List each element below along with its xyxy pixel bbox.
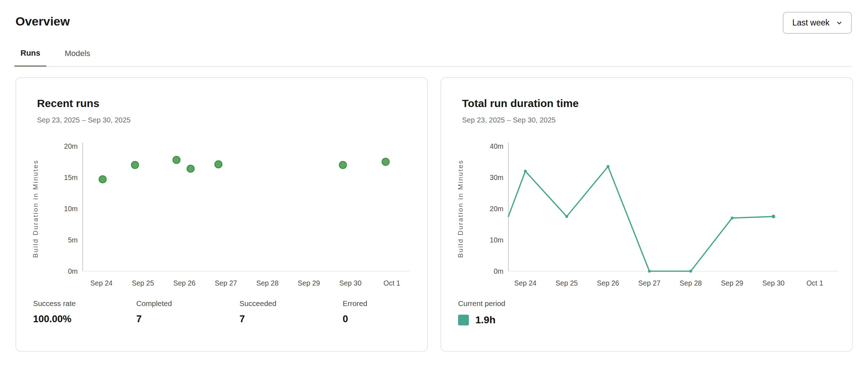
run-data-point[interactable] (215, 161, 222, 168)
y-tick-label: 5m (68, 236, 78, 244)
x-tick-label: Sep 28 (256, 279, 279, 287)
x-tick-label: Sep 29 (721, 279, 743, 287)
run-data-point[interactable] (131, 161, 138, 168)
x-tick-label: Oct 1 (807, 279, 823, 287)
stat-succeeded: Succeeded 7 (239, 299, 343, 325)
legend-label: Current period (458, 299, 505, 308)
tab-runs[interactable]: Runs (14, 49, 46, 67)
tab-bar: Runs Models (14, 49, 853, 67)
chevron-down-icon (835, 19, 843, 27)
duration-data-point[interactable] (689, 270, 692, 273)
y-tick-label: 0m (68, 267, 78, 275)
y-tick-label: 20m (490, 205, 503, 213)
duration-data-point[interactable] (524, 170, 527, 173)
stat-value: 100.00% (33, 314, 136, 325)
recent-runs-stats: Success rate 100.00% Completed 7 Succeed… (33, 299, 446, 325)
y-tick-label: 0m (494, 267, 503, 275)
duration-data-point[interactable] (731, 217, 734, 219)
y-tick-label: 20m (64, 142, 78, 150)
stat-label: Success rate (33, 299, 136, 308)
page-title: Overview (15, 14, 70, 28)
y-tick-label: 30m (490, 173, 503, 181)
legend-value: 1.9h (475, 314, 495, 326)
x-tick-label: Sep 25 (132, 279, 154, 287)
period-select[interactable]: Last week (783, 12, 852, 34)
current-period-legend: Current period 1.9h (458, 299, 505, 326)
duration-data-point[interactable] (607, 165, 609, 168)
x-tick-label: Sep 24 (90, 279, 113, 287)
x-tick-label: Sep 29 (298, 279, 320, 287)
x-tick-label: Sep 26 (173, 279, 196, 287)
x-tick-label: Oct 1 (383, 279, 400, 287)
x-tick-label: Sep 27 (215, 279, 237, 287)
legend-swatch (458, 315, 469, 325)
duration-data-point[interactable] (565, 215, 568, 218)
tab-models[interactable]: Models (59, 49, 96, 66)
stat-label: Errored (343, 299, 446, 308)
run-data-point[interactable] (339, 161, 347, 168)
total-run-duration-card: Total run duration time Sep 23, 2025 – S… (440, 77, 853, 352)
stat-errored: Errored 0 (343, 299, 446, 325)
stat-completed: Completed 7 (136, 299, 239, 325)
y-tick-label: 10m (490, 236, 503, 244)
y-axis-label: Build Duration in Minutes (32, 159, 39, 258)
x-tick-label: Sep 24 (514, 279, 536, 287)
x-tick-label: Sep 28 (680, 279, 702, 287)
stat-label: Succeeded (239, 299, 343, 308)
stat-label: Completed (136, 299, 239, 308)
x-tick-label: Sep 25 (556, 279, 578, 287)
x-tick-label: Sep 30 (762, 279, 785, 287)
stat-success-rate: Success rate 100.00% (33, 299, 136, 325)
run-data-point[interactable] (99, 176, 106, 183)
x-tick-label: Sep 27 (638, 279, 661, 287)
run-data-point[interactable] (382, 158, 389, 166)
y-tick-label: 15m (64, 173, 78, 181)
overview-page: Overview Last week Runs Models Recent ru… (0, 0, 868, 375)
recent-runs-card: Recent runs Sep 23, 2025 – Sep 30, 2025 … (15, 77, 428, 352)
x-tick-label: Sep 30 (339, 279, 361, 287)
y-tick-label: 10m (64, 205, 78, 213)
y-tick-label: 40m (490, 142, 503, 150)
duration-data-point[interactable] (648, 270, 651, 273)
period-select-value: Last week (792, 18, 830, 28)
duration-data-point[interactable] (772, 215, 775, 218)
stat-value: 7 (136, 314, 239, 325)
run-data-point[interactable] (187, 165, 194, 172)
run-data-point[interactable] (173, 156, 180, 163)
stat-value: 0 (343, 314, 446, 325)
x-tick-label: Sep 26 (597, 279, 619, 287)
y-axis-label: Build Duration in Minutes (457, 159, 464, 258)
stat-value: 7 (239, 314, 343, 325)
